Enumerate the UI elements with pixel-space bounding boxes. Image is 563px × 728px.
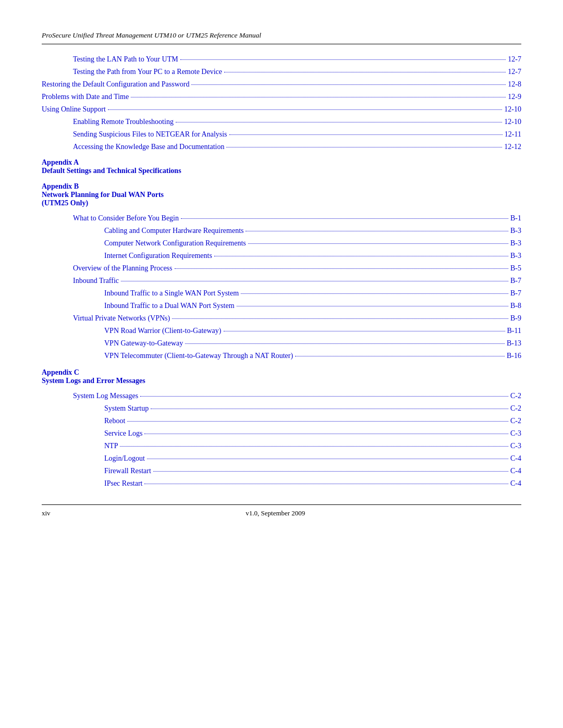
toc-link[interactable]: System Log Messages: [73, 390, 138, 401]
toc-dots: [172, 318, 508, 319]
toc-link[interactable]: Login/Logout: [104, 453, 145, 464]
toc-link[interactable]: Restoring the Default Configuration and …: [42, 79, 189, 90]
toc-entry: Virtual Private Networks (VPNs) B-9: [73, 313, 521, 324]
toc-link[interactable]: Problems with Date and Time: [42, 91, 129, 102]
appendix-b-subtitle-line2: (UTM25 Only): [42, 199, 521, 207]
toc-dots: [224, 72, 506, 72]
toc-dots: [181, 218, 508, 219]
toc-link[interactable]: Enabling Remote Troubleshooting: [73, 116, 174, 127]
toc-entry: Internet Configuration Requirements B-3: [104, 250, 521, 261]
toc-link[interactable]: Using Online Support: [42, 104, 106, 115]
toc-link[interactable]: Inbound Traffic to a Dual WAN Port Syste…: [104, 300, 235, 311]
toc-entry: Testing the LAN Path to Your UTM 12-7: [73, 54, 521, 65]
appendix-c-title: Appendix C: [42, 368, 521, 377]
toc-entry: Cabling and Computer Hardware Requiremen…: [104, 225, 521, 236]
toc-page: B-7: [510, 288, 521, 299]
toc-dots: [176, 122, 502, 122]
toc-page: B-8: [510, 300, 521, 311]
toc-page: B-9: [510, 313, 521, 324]
toc-link[interactable]: What to Consider Before You Begin: [73, 213, 179, 224]
toc-page: B-7: [510, 275, 521, 286]
toc-page: C-3: [510, 428, 521, 439]
toc-page: B-3: [510, 250, 521, 261]
toc-page: B-3: [510, 225, 521, 236]
toc-page: C-2: [510, 415, 521, 426]
toc-entry: Inbound Traffic to a Single WAN Port Sys…: [104, 288, 521, 299]
toc-link[interactable]: NTP: [104, 440, 118, 451]
toc-link[interactable]: Service Logs: [104, 428, 142, 439]
toc-page: C-2: [510, 390, 521, 401]
toc-dots: [226, 147, 502, 147]
toc-link[interactable]: Testing the Path from Your PC to a Remot…: [73, 66, 222, 77]
toc-entry: IPsec Restart C-4: [104, 478, 521, 489]
toc-entry: Firewall Restart C-4: [104, 465, 521, 476]
toc-entry: Overview of the Planning Process B-5: [73, 263, 521, 274]
toc-entry: Service Logs C-3: [104, 428, 521, 439]
toc-entry: Problems with Date and Time 12-9: [42, 91, 521, 102]
toc-dots: [151, 409, 508, 409]
toc-page: B-16: [507, 350, 521, 361]
toc-link[interactable]: Accessing the Knowledge Base and Documen…: [73, 141, 224, 152]
appendix-b-header: Appendix B Network Planning for Dual WAN…: [42, 182, 521, 207]
toc-dots: [120, 446, 508, 447]
toc-page: B-1: [510, 213, 521, 224]
toc-entry: VPN Gateway-to-Gateway B-13: [104, 338, 521, 349]
footer-page-number: xiv: [42, 509, 51, 517]
toc-link[interactable]: VPN Telecommuter (Client-to-Gateway Thro…: [104, 350, 293, 361]
toc-link[interactable]: Sending Suspicious Files to NETGEAR for …: [73, 129, 227, 140]
toc-dots: [246, 231, 508, 231]
toc-entry: VPN Road Warrior (Client-to-Gateway) B-1…: [104, 325, 521, 336]
toc-entry: System Log Messages C-2: [73, 390, 521, 401]
toc-page: 12-7: [508, 66, 521, 77]
toc-dots: [229, 134, 503, 135]
toc-link[interactable]: VPN Gateway-to-Gateway: [104, 338, 183, 349]
toc-entry: Using Online Support 12-10: [42, 104, 521, 115]
toc-page: 12-10: [504, 104, 521, 115]
appendix-a-subtitle: Default Settings and Technical Specifica…: [42, 167, 521, 175]
toc-link[interactable]: VPN Road Warrior (Client-to-Gateway): [104, 325, 222, 336]
toc-link[interactable]: Inbound Traffic: [73, 275, 119, 286]
toc-entry: System Startup C-2: [104, 403, 521, 414]
appendix-c-header: Appendix C System Logs and Error Message…: [42, 368, 521, 385]
toc-page: 12-8: [508, 79, 521, 90]
appendix-c-subtitle: System Logs and Error Messages: [42, 377, 521, 385]
toc-dots: [140, 396, 508, 397]
appendix-c-toc: System Log Messages C-2 System Startup C…: [42, 390, 521, 489]
toc-link[interactable]: Reboot: [104, 415, 125, 426]
toc-page: B-13: [507, 338, 521, 349]
toc-link[interactable]: Cabling and Computer Hardware Requiremen…: [104, 225, 243, 236]
toc-page: B-11: [507, 325, 521, 336]
toc-entry: What to Consider Before You Begin B-1: [73, 213, 521, 224]
toc-dots: [108, 109, 502, 110]
toc-dots: [127, 421, 508, 422]
toc-page: B-3: [510, 238, 521, 249]
toc-page: C-4: [510, 478, 521, 489]
toc-link[interactable]: Testing the LAN Path to Your UTM: [73, 54, 178, 65]
toc-link[interactable]: Internet Configuration Requirements: [104, 250, 212, 261]
toc-link[interactable]: Overview of the Planning Process: [73, 263, 173, 274]
toc-page: 12-10: [504, 116, 521, 127]
toc-page: 12-11: [505, 129, 521, 140]
toc-link[interactable]: IPsec Restart: [104, 478, 142, 489]
toc-entry: Enabling Remote Troubleshooting 12-10: [73, 116, 521, 127]
appendix-a-title: Appendix A: [42, 158, 521, 167]
toc-page: C-4: [510, 453, 521, 464]
toc-dots: [180, 59, 506, 60]
toc-dots: [144, 484, 508, 484]
toc-link[interactable]: System Startup: [104, 403, 149, 414]
toc-link[interactable]: Computer Network Configuration Requireme…: [104, 238, 246, 249]
toc-entry: VPN Telecommuter (Client-to-Gateway Thro…: [104, 350, 521, 361]
appendix-b-subtitle-line1: Network Planning for Dual WAN Ports: [42, 191, 521, 199]
toc-link[interactable]: Firewall Restart: [104, 465, 151, 476]
toc-entry: Reboot C-2: [104, 415, 521, 426]
toc-dots: [224, 331, 505, 331]
toc-link[interactable]: Inbound Traffic to a Single WAN Port Sys…: [104, 288, 239, 299]
toc-entry: Testing the Path from Your PC to a Remot…: [73, 66, 521, 77]
footer: xiv v1.0, September 2009: [42, 504, 521, 517]
toc-dots: [214, 256, 508, 256]
toc-link[interactable]: Virtual Private Networks (VPNs): [73, 313, 170, 324]
toc-entry: NTP C-3: [104, 440, 521, 451]
toc-dots: [147, 459, 508, 459]
toc-page: 12-7: [508, 54, 521, 65]
appendix-a-header: Appendix A Default Settings and Technica…: [42, 158, 521, 175]
